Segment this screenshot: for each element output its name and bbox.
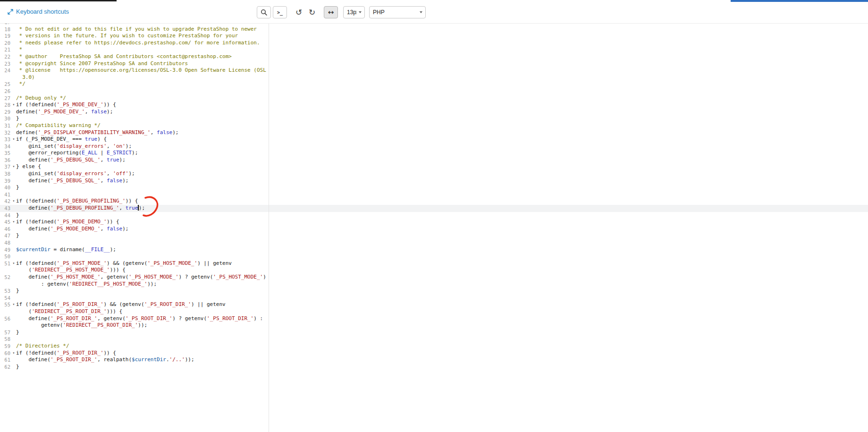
code-row[interactable]: 46 define('_PS_MODE_DEMO_', false);: [0, 226, 868, 233]
fold-toggle-icon[interactable]: ▾: [11, 219, 16, 226]
code-text[interactable]: } else {: [16, 163, 41, 170]
code-text[interactable]: * versions in the future. If you wish to…: [16, 33, 238, 40]
code-text[interactable]: if (_PS_MODE_DEV_ === true) {: [16, 136, 107, 143]
code-text[interactable]: /* Directories */: [16, 343, 69, 350]
code-row[interactable]: 27/* Debug only */: [0, 95, 868, 102]
code-text[interactable]: * @copyright Since 2007 PrestaShop SA an…: [16, 60, 188, 68]
code-text[interactable]: 3.0): [16, 74, 35, 81]
code-row[interactable]: 44}: [0, 212, 868, 219]
code-text[interactable]: }: [16, 184, 19, 191]
code-row[interactable]: 32define('_PS_DISPLAY_COMPATIBILITY_WARN…: [0, 129, 868, 136]
code-row[interactable]: 61 define('_PS_ROOT_DIR_', realpath($cur…: [0, 356, 868, 364]
code-text[interactable]: if (!defined('_PS_MODE_DEV_')) {: [16, 102, 116, 109]
code-row[interactable]: 51▾if (!defined('_PS_HOST_MODE_') && (ge…: [0, 260, 868, 267]
fold-toggle-icon[interactable]: ▾: [11, 102, 16, 109]
code-row[interactable]: 24 * @license https://opensource.org/lic…: [0, 67, 868, 74]
code-text[interactable]: define('_PS_DEBUG_SQL_', false);: [16, 178, 128, 185]
code-row[interactable]: : getenv('REDIRECT__PS_HOST_MODE_'));: [0, 281, 868, 288]
code-row[interactable]: 21 *: [0, 46, 868, 53]
code-row[interactable]: 35 @error_reporting(E_ALL | E_STRICT);: [0, 150, 868, 157]
terminal-button[interactable]: >_: [273, 6, 287, 18]
code-text[interactable]: /* Debug only */: [16, 95, 66, 102]
code-text[interactable]: }: [16, 288, 19, 295]
code-text[interactable]: if (!defined('_PS_ROOT_DIR_')) {: [16, 350, 116, 357]
code-text[interactable]: define('_PS_ROOT_DIR_', realpath($curren…: [16, 356, 194, 364]
font-size-select[interactable]: 13px: [343, 6, 365, 18]
code-row[interactable]: 38 @ini_set('display_errors', 'off');: [0, 170, 868, 178]
code-row[interactable]: 48: [0, 239, 868, 246]
code-row[interactable]: 39 define('_PS_DEBUG_SQL_', false);: [0, 178, 868, 185]
language-select[interactable]: PHP: [369, 6, 426, 18]
code-text[interactable]: */: [16, 81, 25, 88]
code-text[interactable]: }: [16, 232, 19, 239]
keyboard-shortcuts-link[interactable]: Keyboard shortcuts: [8, 8, 69, 15]
code-text[interactable]: $currentDir = dirname(__FILE__);: [16, 246, 116, 254]
code-text[interactable]: if (!defined('_PS_HOST_MODE_') && (geten…: [16, 260, 232, 267]
code-text[interactable]: /* Compatibility warning */: [16, 122, 101, 129]
code-text[interactable]: ('REDIRECT__PS_ROOT_DIR_'))) {: [16, 308, 122, 315]
code-editor[interactable]: 1718 * Do not edit or add to this file i…: [0, 24, 868, 432]
code-row[interactable]: 25 */: [0, 81, 868, 88]
fold-toggle-icon[interactable]: ▾: [11, 163, 16, 170]
code-text[interactable]: @error_reporting(E_ALL | E_STRICT);: [16, 150, 138, 157]
code-text[interactable]: *: [16, 46, 22, 53]
code-row[interactable]: 34 @ini_set('display_errors', 'on');: [0, 143, 868, 150]
code-row[interactable]: ('REDIRECT__PS_HOST_MODE_'))) {: [0, 267, 868, 274]
code-row[interactable]: 41: [0, 191, 868, 198]
code-text[interactable]: }: [16, 115, 19, 122]
code-row[interactable]: 29define('_PS_MODE_DEV_', false);: [0, 109, 868, 116]
code-row[interactable]: 42▾if (!defined('_PS_DEBUG_PROFILING_'))…: [0, 198, 868, 205]
code-row[interactable]: 43 define('_PS_DEBUG_PROFILING_', true);: [0, 205, 868, 212]
fold-toggle-icon[interactable]: ▾: [11, 136, 16, 143]
code-row[interactable]: 50: [0, 253, 868, 260]
code-text[interactable]: @ini_set('display_errors', 'on');: [16, 143, 132, 150]
code-row[interactable]: 56 define('_PS_ROOT_DIR_', getenv('_PS_R…: [0, 315, 868, 322]
code-text[interactable]: define('_PS_MODE_DEV_', false);: [16, 109, 113, 116]
code-text[interactable]: * Do not edit or add to this file if you…: [16, 26, 257, 33]
undo-button[interactable]: ↺: [293, 6, 304, 18]
code-text[interactable]: define('_PS_HOST_MODE_', getenv('_PS_HOS…: [16, 274, 266, 281]
code-row[interactable]: 18 * Do not edit or add to this file if …: [0, 26, 868, 33]
code-text[interactable]: * needs please refer to https://devdocs.…: [16, 40, 260, 47]
code-text[interactable]: }: [16, 212, 19, 219]
code-row[interactable]: 33▾if (_PS_MODE_DEV_ === true) {: [0, 136, 868, 143]
code-text[interactable]: define('_PS_DISPLAY_COMPATIBILITY_WARNIN…: [16, 129, 178, 136]
code-text[interactable]: if (!defined('_PS_DEBUG_PROFILING_')) {: [16, 198, 138, 205]
code-row[interactable]: 31/* Compatibility warning */: [0, 122, 868, 129]
code-text[interactable]: * @license https://opensource.org/licens…: [16, 67, 266, 74]
fold-toggle-icon[interactable]: ▾: [11, 260, 16, 267]
code-text[interactable]: ('REDIRECT__PS_HOST_MODE_'))) {: [16, 267, 126, 274]
code-row[interactable]: 23 * @copyright Since 2007 PrestaShop SA…: [0, 60, 868, 68]
code-text[interactable]: define('_PS_MODE_DEMO_', false);: [16, 226, 128, 233]
redo-button[interactable]: ↻: [306, 6, 318, 18]
code-text[interactable]: }: [16, 364, 19, 371]
code-row[interactable]: 47}: [0, 232, 868, 239]
code-row[interactable]: 26: [0, 88, 868, 95]
fold-toggle-icon[interactable]: ▾: [11, 198, 16, 205]
code-row[interactable]: 30}: [0, 115, 868, 122]
code-row[interactable]: 20 * needs please refer to https://devdo…: [0, 40, 868, 47]
code-text[interactable]: define('_PS_ROOT_DIR_', getenv('_PS_ROOT…: [16, 315, 263, 322]
code-row[interactable]: 36 define('_PS_DEBUG_SQL_', true);: [0, 157, 868, 164]
code-row[interactable]: getenv('REDIRECT__PS_ROOT_DIR_'));: [0, 322, 868, 329]
search-button[interactable]: [257, 6, 271, 18]
fold-toggle-icon[interactable]: ▾: [11, 350, 16, 357]
code-row[interactable]: 60▾if (!defined('_PS_ROOT_DIR_')) {: [0, 350, 868, 357]
code-row[interactable]: 45▾if (!defined('_PS_MODE_DEMO_')) {: [0, 219, 868, 226]
code-row[interactable]: 3.0): [0, 74, 868, 81]
code-text[interactable]: * @author PrestaShop SA and Contributors…: [16, 53, 232, 60]
word-wrap-toggle-button[interactable]: ↔: [324, 6, 338, 18]
code-text[interactable]: if (!defined('_PS_ROOT_DIR_') && (getenv…: [16, 301, 226, 308]
fold-toggle-icon[interactable]: ▾: [11, 301, 16, 308]
code-row[interactable]: ('REDIRECT__PS_ROOT_DIR_'))) {: [0, 308, 868, 315]
code-text[interactable]: : getenv('REDIRECT__PS_HOST_MODE_'));: [16, 281, 157, 288]
code-text[interactable]: define('_PS_DEBUG_SQL_', true);: [16, 157, 126, 164]
code-row[interactable]: 53}: [0, 288, 868, 295]
code-row[interactable]: 52 define('_PS_HOST_MODE_', getenv('_PS_…: [0, 274, 868, 281]
code-row[interactable]: 62}: [0, 364, 868, 371]
code-text[interactable]: @ini_set('display_errors', 'off');: [16, 170, 135, 178]
code-row[interactable]: 40}: [0, 184, 868, 191]
code-row[interactable]: 19 * versions in the future. If you wish…: [0, 33, 868, 40]
code-row[interactable]: 54: [0, 295, 868, 302]
code-row[interactable]: 55▾if (!defined('_PS_ROOT_DIR_') && (get…: [0, 301, 868, 308]
